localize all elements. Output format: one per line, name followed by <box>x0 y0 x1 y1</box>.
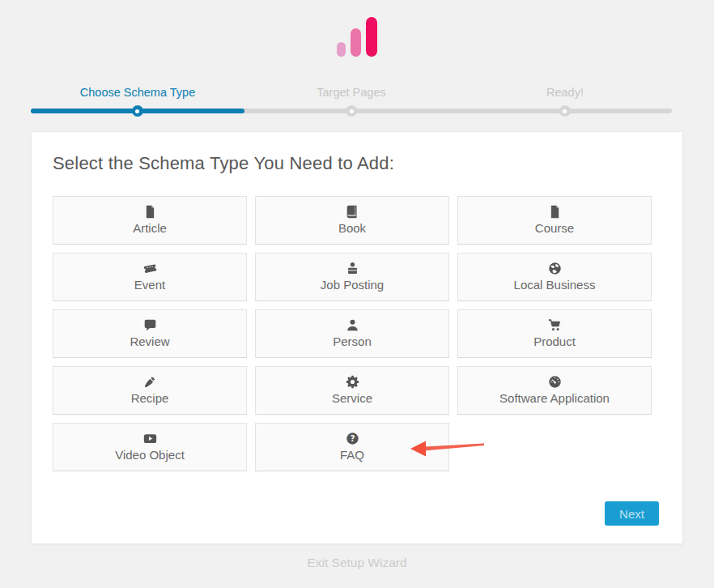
schema-type-label: Job Posting <box>321 278 384 292</box>
schema-type-button-article[interactable]: Article <box>53 196 247 245</box>
schema-type-label: Article <box>133 221 167 236</box>
schema-type-grid: ArticleBookCourseEventJob PostingLocal B… <box>53 196 652 471</box>
schema-type-button-recipe[interactable]: Recipe <box>53 366 247 415</box>
schema-type-label: FAQ <box>340 448 364 462</box>
ticket-icon <box>143 262 157 275</box>
logo-bar-small <box>337 42 346 57</box>
schema-type-button-service[interactable]: Service <box>255 366 449 415</box>
user-briefcase-icon <box>346 262 359 275</box>
file-icon <box>548 205 562 219</box>
schema-type-button-person[interactable]: Person <box>255 309 449 358</box>
schema-type-label: Recipe <box>131 391 169 406</box>
page-title: Select the Schema Type You Need to Add: <box>53 153 394 174</box>
schema-type-label: Book <box>338 221 366 236</box>
question-circle-icon <box>346 432 359 445</box>
schema-type-label: Review <box>130 334 169 349</box>
logo-bar-large <box>366 17 377 57</box>
wizard-card: Select the Schema Type You Need to Add: … <box>31 131 683 544</box>
stepper-dot-2 <box>346 105 357 117</box>
book-icon <box>346 205 359 219</box>
schema-type-label: Service <box>332 391 372 406</box>
globe-icon <box>548 262 562 275</box>
schema-plugin-logo <box>0 15 714 57</box>
comment-icon <box>143 318 157 332</box>
schema-type-label: Product <box>533 334 576 349</box>
schema-type-label: Person <box>333 334 372 349</box>
cart-icon <box>548 318 562 332</box>
schema-type-button-book[interactable]: Book <box>255 196 449 245</box>
stepper-dot-1-active <box>132 105 143 117</box>
video-icon <box>143 432 157 445</box>
wizard-footer: Exit Setup Wizard <box>0 556 714 570</box>
schema-type-button-product[interactable]: Product <box>457 309 652 358</box>
exit-setup-wizard-link[interactable]: Exit Setup Wizard <box>307 556 406 569</box>
schema-type-button-video-object[interactable]: Video Object <box>53 423 247 471</box>
schema-type-button-course[interactable]: Course <box>457 196 652 245</box>
schema-type-label: Event <box>134 278 165 292</box>
step-choose-schema-type[interactable]: Choose Schema Type <box>31 84 244 100</box>
schema-type-label: Software Application <box>499 391 610 406</box>
step-ready: Ready! <box>458 84 672 100</box>
schema-type-button-software-application[interactable]: Software Application <box>457 366 652 415</box>
schema-type-button-local-business[interactable]: Local Business <box>457 253 652 301</box>
user-icon <box>346 318 359 332</box>
file-icon <box>143 205 157 219</box>
schema-type-label: Course <box>535 221 574 236</box>
schema-type-button-job-posting[interactable]: Job Posting <box>255 253 449 301</box>
carrot-icon <box>143 375 157 389</box>
gear-icon <box>346 375 359 389</box>
schema-type-label: Local Business <box>514 278 596 292</box>
gauge-icon <box>548 375 562 389</box>
next-button[interactable]: Next <box>605 501 659 526</box>
annotation-arrow-faq <box>407 437 488 461</box>
setup-wizard-stepper: Choose Schema Type Target Pages Ready! <box>31 84 672 120</box>
step-target-pages: Target Pages <box>244 84 458 100</box>
schema-type-button-event[interactable]: Event <box>53 253 247 301</box>
schema-type-button-review[interactable]: Review <box>53 309 247 358</box>
schema-type-label: Video Object <box>115 448 185 462</box>
logo-bar-medium <box>351 28 361 57</box>
stepper-dot-3 <box>559 105 571 117</box>
